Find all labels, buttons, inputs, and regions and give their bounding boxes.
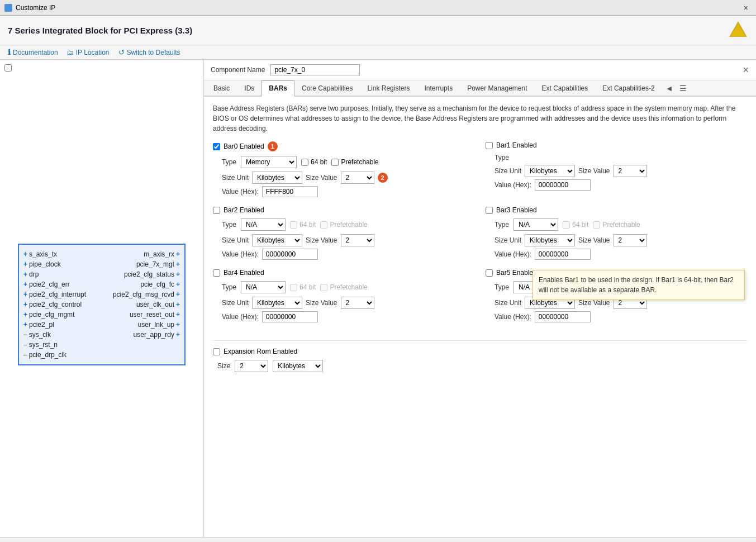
bar0-value-hex-input[interactable] xyxy=(262,186,318,197)
bar5-value-hex-input[interactable] xyxy=(535,311,591,322)
bar4-value-hex-row: Value (Hex): xyxy=(217,311,474,322)
bar0-enabled-checkbox[interactable] xyxy=(213,143,220,150)
tabs-bar: Basic IDs BARs Core Capabilities Link Re… xyxy=(204,80,756,97)
right-panel: Component Name ✕ Basic IDs BARs Core Cap… xyxy=(204,60,756,537)
bar1-value-hex-input[interactable] xyxy=(535,179,591,191)
bar4-64bit-checkbox[interactable] xyxy=(290,284,297,291)
bar3-type-row: Type N/A 64 bit Prefetchable xyxy=(490,218,747,231)
bar0-size-unit-select[interactable]: Kilobytes xyxy=(252,172,302,184)
bar1-fields: Type Size Unit Kilobytes Size Value 2 xyxy=(486,154,747,191)
expansion-rom-enabled-checkbox[interactable] xyxy=(213,348,220,355)
bar4-prefetchable-label: Prefetchable xyxy=(330,283,367,291)
bar3-type-select[interactable]: N/A xyxy=(513,218,558,231)
bar1-type-label: Type xyxy=(495,154,509,161)
tab-menu-button[interactable]: ☰ xyxy=(676,82,690,95)
bar4-prefetchable-checkbox[interactable] xyxy=(320,284,327,291)
tab-bars[interactable]: BARs xyxy=(261,80,294,97)
bar3-value-hex-input[interactable] xyxy=(535,249,591,260)
port-row: –sys_rst_n xyxy=(21,340,182,350)
bar0-64bit-checkbox[interactable] xyxy=(301,159,308,166)
bar4-type-select[interactable]: N/A xyxy=(241,281,286,293)
bar4-enabled-checkbox[interactable] xyxy=(213,269,220,277)
bar3-enabled-checkbox[interactable] xyxy=(486,207,493,214)
expansion-rom-size-select[interactable]: 2 xyxy=(235,360,268,372)
bar1-size-row: Size Unit Kilobytes Size Value 2 xyxy=(490,165,747,177)
bar1-enabled-checkbox[interactable] xyxy=(486,142,493,149)
bar4-type-row: Type N/A 64 bit Prefetchable xyxy=(217,281,474,293)
bar0-badge2: 2 xyxy=(378,173,388,183)
title-bar-left: Customize IP xyxy=(4,4,55,12)
bar5-type-label: Type xyxy=(495,283,509,291)
tab-link-reg[interactable]: Link Registers xyxy=(360,80,417,96)
bar3-size-value-select[interactable]: 2 xyxy=(614,234,647,246)
bar3-size-row: Size Unit Kilobytes Size Value 2 xyxy=(490,234,747,246)
bar4-enabled-label: Bar4 Enabled xyxy=(224,269,264,277)
documentation-button[interactable]: ℹ Documentation xyxy=(8,48,58,56)
bar1-value-hex-row: Value (Hex): xyxy=(490,179,747,191)
port-row: +pcie2_cfg_control user_clk_out+ xyxy=(21,299,182,310)
bar2-prefetchable-label: Prefetchable xyxy=(330,221,367,229)
port-row: +s_axis_tx m_axis_rx+ xyxy=(21,249,182,259)
bar3-prefetchable-label: Prefetchable xyxy=(602,221,640,229)
tab-scroll-left-button[interactable]: ◄ xyxy=(662,82,677,95)
component-name-input[interactable] xyxy=(270,64,360,75)
content-area: Base Address Registers (BARs) serve two … xyxy=(204,97,756,537)
window-close-button[interactable]: × xyxy=(740,2,752,13)
expansion-rom-unit-select[interactable]: Kilobytes xyxy=(273,360,323,372)
bar0-type-label: Type xyxy=(222,158,236,166)
bar2-value-hex-input[interactable] xyxy=(262,249,318,260)
port-box: +s_axis_tx m_axis_rx+ +pipe_clock pcie_7… xyxy=(18,244,186,365)
bar4-size-value-select[interactable]: 2 xyxy=(341,297,374,309)
bar0-size-value-select[interactable]: 2 xyxy=(341,172,374,184)
bar0-value-hex-row: Value (Hex): xyxy=(217,186,474,197)
bar1-size-unit-select[interactable]: Kilobytes xyxy=(525,165,575,177)
bar4-value-hex-input[interactable] xyxy=(262,311,318,322)
bar2-type-select[interactable]: N/A xyxy=(241,218,286,231)
bar5-value-hex-label: Value (Hex): xyxy=(495,313,531,321)
bar3-size-unit-select[interactable]: Kilobytes xyxy=(525,234,575,246)
port-diagram: +s_axis_tx m_axis_rx+ +pipe_clock pcie_7… xyxy=(4,76,199,533)
bar3-size-unit-label: Size Unit xyxy=(495,236,521,244)
bar5-enabled-checkbox[interactable] xyxy=(486,269,493,277)
tab-power-mgmt[interactable]: Power Management xyxy=(460,80,534,96)
switch-defaults-button[interactable]: ↺ Switch to Defaults xyxy=(118,48,180,56)
bar0-prefetchable-label: Prefetchable xyxy=(341,158,378,166)
tab-interrupts[interactable]: Interrupts xyxy=(417,80,460,96)
bar3-value-hex-row: Value (Hex): xyxy=(490,249,747,260)
bar4-type-label: Type xyxy=(222,283,236,291)
bar2-64bit-checkbox[interactable] xyxy=(290,221,297,229)
bar3-prefetchable-checkbox[interactable] xyxy=(593,221,600,229)
title-bar-text: Customize IP xyxy=(16,4,55,12)
toolbar: ℹ Documentation 🗂 IP Location ↺ Switch t… xyxy=(0,45,756,60)
bar2-enabled-checkbox[interactable] xyxy=(213,207,220,214)
bar3-prefetchable-check: Prefetchable xyxy=(593,221,640,229)
bar3-64bit-checkbox[interactable] xyxy=(563,221,570,229)
show-disabled-checkbox[interactable] xyxy=(4,64,12,72)
bar3-size-value-label: Size Value xyxy=(578,236,610,244)
bar2-prefetchable-checkbox[interactable] xyxy=(320,221,327,229)
tab-basic[interactable]: Basic xyxy=(206,80,237,96)
tab-ext-cap2[interactable]: Ext Capabilities-2 xyxy=(595,80,662,96)
bar1-size-value-select[interactable]: 2 xyxy=(614,165,647,177)
tab-core-cap[interactable]: Core Capabilities xyxy=(294,80,360,96)
expansion-rom-header: Expansion Rom Enabled xyxy=(213,348,747,355)
app-header: 7 Series Integrated Block for PCI Expres… xyxy=(0,16,756,45)
bar2-section: Bar2 Enabled Type N/A 64 bit xyxy=(213,206,474,260)
bar1-section: Bar1 Enabled Type Size Unit Kilobytes Si… xyxy=(486,141,747,197)
bar0-type-row: Type Memory IO 64 bit Prefe xyxy=(217,156,474,168)
bar2-size-value-select[interactable]: 2 xyxy=(341,234,374,246)
bar0-prefetchable-checkbox[interactable] xyxy=(331,159,339,166)
expansion-rom-section: Expansion Rom Enabled Size 2 Kilobytes xyxy=(213,340,747,372)
bar2-size-unit-select[interactable]: Kilobytes xyxy=(252,234,302,246)
panel-close-button[interactable]: ✕ xyxy=(743,65,749,74)
bar4-64bit-check: 64 bit xyxy=(290,283,316,291)
bar4-size-unit-select[interactable]: Kilobytes xyxy=(252,297,302,309)
component-name-label: Component Name xyxy=(211,66,265,74)
bar4-size-row: Size Unit Kilobytes Size Value 2 xyxy=(217,297,474,309)
bar0-type-select[interactable]: Memory IO xyxy=(241,156,297,168)
left-panel: +s_axis_tx m_axis_rx+ +pipe_clock pcie_7… xyxy=(0,60,204,537)
tab-ext-cap[interactable]: Ext Capabilities xyxy=(535,80,596,96)
bar1-value-hex-label: Value (Hex): xyxy=(495,181,531,189)
ip-location-button[interactable]: 🗂 IP Location xyxy=(67,49,110,56)
tab-ids[interactable]: IDs xyxy=(237,80,261,96)
